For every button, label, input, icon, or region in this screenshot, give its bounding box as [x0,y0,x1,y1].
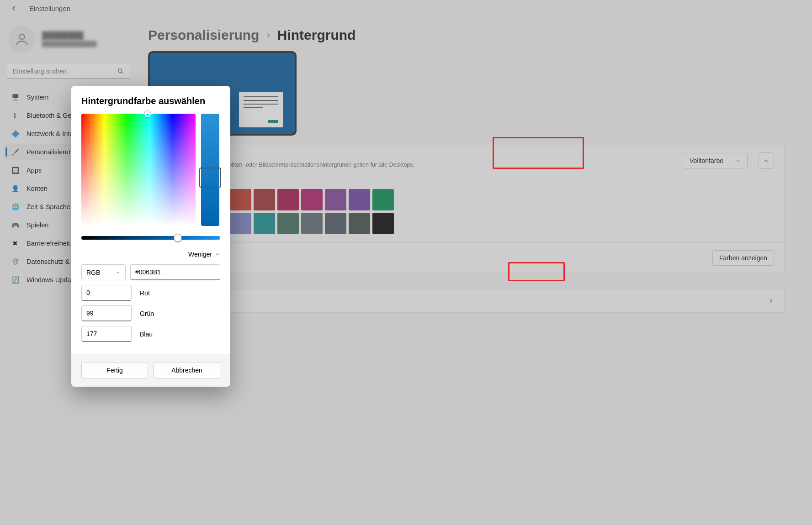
breadcrumb-parent[interactable]: Personalisierung [148,27,259,43]
back-arrow-icon[interactable] [9,4,18,13]
background-type-dropdown[interactable]: Volltonfarbe [683,153,748,168]
nav-icon: ✖ [11,239,19,247]
avatar [8,26,36,53]
user-block[interactable]: ████████ ██████████████ [5,21,132,58]
color-swatch[interactable] [372,189,394,210]
color-swatch[interactable] [325,189,346,210]
dialog-title: Hintergrundfarbe auswählen [81,96,220,106]
color-swatch[interactable] [230,189,251,210]
card-desc: r Ihren aktuellen Desktop. Vollton- oder… [159,162,674,168]
color-swatch[interactable] [301,189,323,210]
breadcrumb: Personalisierung › Hintergrund [148,27,785,43]
nav-icon: 🖌️ [11,148,19,156]
nav-label: Konten [27,185,48,192]
svg-point-1 [118,69,122,73]
nav-icon: 🔲 [11,166,19,174]
topbar: Einstellungen [0,0,812,16]
nav-icon: 👤 [11,184,19,193]
card-title: sieren [159,153,674,161]
nav-icon: 🌐 [11,203,19,211]
color-swatch[interactable] [325,213,346,234]
nav-label: Personalisierung [27,148,76,156]
value-thumb[interactable] [199,168,221,188]
nav-icon: 🔷 [11,130,19,138]
nav-label: Zeit & Sprache [27,203,70,210]
color-swatch[interactable] [349,213,370,234]
chevron-right-icon [768,298,774,304]
color-swatch[interactable] [301,213,323,234]
value-bar[interactable] [201,114,219,226]
collapse-button[interactable] [759,152,774,169]
hue-thumb[interactable] [174,234,182,242]
nav-label: Windows Update [27,276,77,284]
chevron-down-icon [735,158,741,163]
red-label: Rot [140,289,150,297]
related-section: derung, Lichtempfindlichkeit [148,289,785,313]
dropdown-value: Volltonfarbe [690,157,723,164]
color-swatch[interactable] [254,213,275,234]
svg-point-0 [19,34,24,39]
breadcrumb-current: Hintergrund [277,27,356,43]
green-label: Grün [140,310,154,317]
nav-icon: 🖥️ [11,93,19,101]
saturation-cursor[interactable] [144,111,151,117]
colors-label: wählen [159,177,774,184]
blue-label: Blau [140,331,153,338]
user-email: ██████████████ [42,41,96,47]
nav-icon: 🔄 [11,276,19,284]
color-swatch[interactable] [277,213,299,234]
related-item[interactable]: derung, Lichtempfindlichkeit [148,289,785,313]
nav-label: System [27,94,48,101]
green-input[interactable] [81,305,132,321]
search-icon [117,68,124,75]
nav-label: Apps [27,167,42,174]
nav-label: Barrierefreiheit [27,240,70,247]
chevron-down-icon [115,270,121,275]
color-swatch[interactable] [372,213,394,234]
nav-label: Spielen [27,221,48,229]
preview-window [239,92,283,127]
app-title: Einstellungen [29,5,70,12]
search-box[interactable] [7,64,130,79]
chevron-right-icon: › [266,29,270,41]
color-swatch[interactable] [230,213,251,234]
color-swatch[interactable] [254,189,275,210]
color-picker-dialog: Hintergrundfarbe auswählen Weniger RGB R… [71,86,230,387]
done-button[interactable]: Fertig [81,362,148,378]
nav-icon: ᛒ [11,111,19,120]
hex-input[interactable] [130,264,220,280]
user-name: ████████ [42,31,96,40]
nav-icon: 🛡️ [11,257,19,266]
toggle-less-button[interactable]: Weniger [81,251,220,258]
saturation-box[interactable] [81,114,196,226]
background-card: sieren r Ihren aktuellen Desktop. Vollto… [148,145,785,273]
main-content: Personalisierung › Hintergrund sieren r … [137,16,812,324]
related-desc: derung, Lichtempfindlichkeit [159,298,768,304]
show-colors-button[interactable]: Farben anzeigen [712,250,774,266]
nav-icon: 🎮 [11,221,19,229]
hue-slider[interactable] [81,236,220,240]
blue-input[interactable] [81,326,132,342]
red-input[interactable] [81,285,132,301]
color-swatch[interactable] [277,189,299,210]
search-input[interactable] [13,68,117,75]
color-mode-select[interactable]: RGB [81,264,126,280]
color-swatch[interactable] [349,189,370,210]
chevron-up-icon [215,252,220,257]
cancel-button[interactable]: Abbrechen [154,362,220,378]
